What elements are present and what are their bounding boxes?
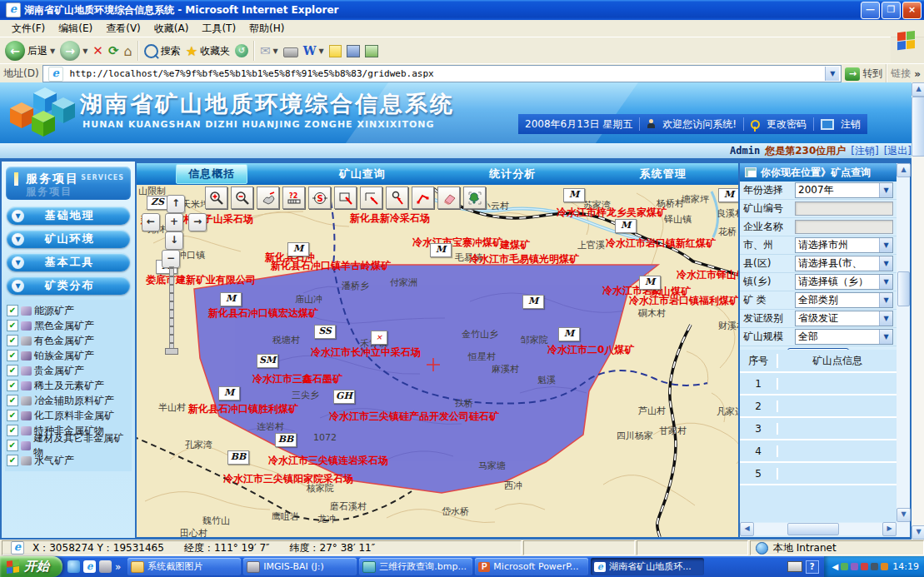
zoom-minus-button[interactable]: − (162, 250, 180, 268)
scrollbar-thumb[interactable] (787, 523, 839, 535)
checkbox-checked-icon[interactable]: ✔ (7, 425, 18, 436)
checkbox-checked-icon[interactable]: ✔ (7, 410, 18, 421)
sidebar-section-1[interactable]: ▼ 矿山环境 (7, 230, 130, 248)
eraser-button[interactable] (437, 187, 460, 209)
tab-2[interactable]: 统计分析 (437, 163, 588, 185)
map-marker[interactable]: M (522, 295, 544, 309)
msn-icon[interactable] (67, 560, 80, 573)
map-marker[interactable]: SS (314, 325, 336, 339)
layer-item[interactable]: ✔ 有色金属矿产 (7, 333, 130, 348)
scroll-down-icon[interactable]: ▼ (912, 525, 924, 540)
zoom-in-button[interactable] (205, 187, 227, 209)
result-row[interactable]: 1 (740, 373, 897, 395)
print-button[interactable] (283, 47, 298, 57)
logout-link[interactable]: 注销 (841, 117, 861, 132)
favorites-button[interactable]: ★收藏夹 (186, 43, 230, 59)
change-password-link[interactable]: 更改密码 (767, 117, 807, 132)
sidebar-section-0[interactable]: ▼ 基础地理 (7, 206, 130, 225)
select-rectangle-button[interactable] (334, 187, 357, 209)
taskbar-task[interactable]: 系统截图图片 (127, 558, 241, 575)
links-more-chevron[interactable]: » (914, 68, 921, 80)
map-marker[interactable]: M (220, 292, 242, 306)
tray-collapse-chevron[interactable]: ◀ (832, 562, 839, 571)
checkbox-checked-icon[interactable]: ✔ (7, 380, 18, 391)
edit-word-button[interactable]: W▼ (303, 44, 324, 57)
map-marker[interactable]: GH (333, 390, 355, 404)
layer-item[interactable]: ✔ 黑色金属矿产 (7, 318, 130, 333)
select-field[interactable]: 全部类别▼ (795, 292, 893, 308)
history-button[interactable]: ↺ (235, 44, 248, 57)
result-row[interactable]: 2 (740, 395, 897, 418)
text-input[interactable] (795, 201, 893, 216)
result-row[interactable]: 4 (740, 440, 897, 463)
scroll-up-icon[interactable]: ▲ (912, 82, 924, 97)
quick-launch-more-chevron[interactable]: » (115, 561, 121, 573)
sidebar-section-3[interactable]: ▼ 矿类分布 (7, 276, 130, 295)
scrollbar-thumb[interactable] (897, 271, 910, 306)
menu-item[interactable]: 收藏(A) (147, 20, 196, 37)
mail-button[interactable]: ✉▼ (260, 43, 278, 58)
exit-link[interactable]: [退出] (884, 144, 912, 158)
checkbox-checked-icon[interactable]: ✔ (7, 395, 18, 406)
minimize-button[interactable]: — (861, 2, 880, 19)
clear-selection-button[interactable] (360, 187, 382, 209)
map-marker[interactable]: M (563, 188, 585, 202)
layer-item[interactable]: ✔ 化工原料非金属矿 (7, 408, 130, 423)
forward-button[interactable]: →▼ (60, 41, 87, 61)
map-marker[interactable]: × (371, 331, 387, 345)
zoom-out-button[interactable] (231, 187, 253, 209)
checkbox-checked-icon[interactable]: ✔ (7, 320, 18, 331)
result-row[interactable]: 3 (740, 418, 897, 440)
layer-item[interactable]: ✔ 铂族金属矿产 (7, 348, 130, 363)
checkbox-checked-icon[interactable]: ✔ (7, 335, 18, 346)
discuss-button[interactable] (329, 45, 342, 57)
map-marker[interactable]: M (430, 243, 452, 257)
taskbar-task[interactable]: e 湖南省矿山地质环... (591, 558, 704, 575)
tray-icon[interactable] (871, 563, 878, 570)
checkbox-checked-icon[interactable]: ✔ (7, 455, 18, 466)
map-marker[interactable]: M (639, 276, 661, 290)
scroll-up-icon[interactable]: ▲ (897, 163, 911, 177)
pan-left-button[interactable]: ← (142, 213, 160, 231)
panel-horizontal-scrollbar[interactable]: ◀ ▶ (740, 523, 897, 535)
map-marker[interactable]: BB (227, 450, 249, 465)
select-field[interactable]: 省级发证▼ (795, 311, 893, 326)
keyboard-icon[interactable] (787, 561, 802, 572)
layer-item[interactable]: ✔ 建材及其它非金属矿物 (7, 438, 130, 453)
menu-item[interactable]: 工具(T) (195, 20, 242, 37)
tray-icon[interactable] (861, 563, 868, 570)
checkbox-checked-icon[interactable]: ✔ (7, 365, 18, 376)
menu-item[interactable]: 文件(F) (5, 20, 52, 37)
chevron-down-icon[interactable]: ▼ (825, 67, 839, 81)
map-marker[interactable]: SM (257, 354, 278, 368)
layer-item[interactable]: ✔ 冶金辅助原料矿产 (7, 393, 130, 408)
page-scrollbar[interactable]: ▲ ▼ (912, 82, 924, 540)
pan-up-button[interactable]: ↑ (167, 195, 185, 213)
messenger-button[interactable] (365, 45, 378, 57)
checkbox-checked-icon[interactable]: ✔ (7, 440, 18, 451)
restore-button[interactable]: ❐ (882, 2, 901, 19)
stop-button[interactable]: ✕ (92, 43, 103, 58)
map-marker[interactable]: M (718, 188, 738, 202)
zoom-slider[interactable] (169, 266, 174, 351)
zoom-slider-handle[interactable] (165, 348, 178, 355)
identify-button[interactable] (386, 187, 408, 209)
pan-right-button[interactable]: → (188, 213, 207, 231)
map-marker[interactable]: ZS (147, 196, 168, 210)
map-marker[interactable]: M (287, 242, 309, 256)
refresh-button[interactable]: ⟳ (108, 43, 119, 58)
address-input[interactable]: e http://localhost/%e7%9f%bf%e5%b1%b1%e5… (42, 65, 842, 82)
sidebar-section-2[interactable]: ▼ 基本工具 (7, 253, 130, 271)
taskbar-task[interactable]: P Microsoft PowerP... (475, 558, 588, 575)
tray-icon[interactable] (841, 563, 848, 570)
menu-item[interactable]: 编辑(E) (52, 20, 99, 37)
scroll-left-icon[interactable]: ◀ (740, 522, 754, 536)
tab-1[interactable]: 矿山查询 (287, 163, 438, 185)
layer-item[interactable]: ✔ 能源矿产 (7, 303, 130, 318)
back-button[interactable]: ←后退▼ (5, 41, 55, 61)
map-marker[interactable]: M (218, 386, 240, 400)
pan-center-button[interactable]: + (165, 213, 183, 231)
select-field[interactable]: 2007年▼ (795, 182, 893, 198)
result-row[interactable]: 5 (740, 463, 897, 485)
go-button[interactable]: →转到 (845, 67, 882, 81)
